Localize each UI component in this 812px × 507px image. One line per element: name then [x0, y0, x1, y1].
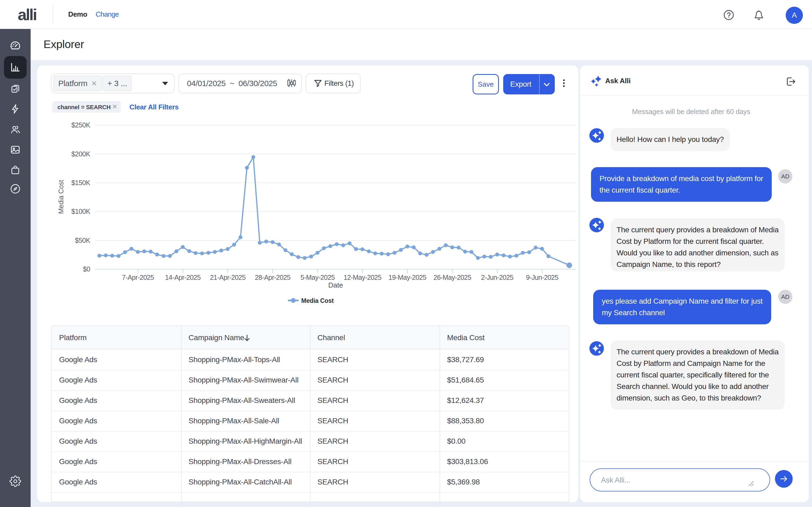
svg-text:$150K: $150K: [71, 179, 91, 186]
svg-text:$100K: $100K: [71, 208, 91, 215]
svg-text:Media Cost: Media Cost: [301, 297, 334, 304]
svg-text:$50K: $50K: [75, 237, 91, 244]
svg-text:26-May-2025: 26-May-2025: [434, 274, 471, 281]
svg-text:19-May-2025: 19-May-2025: [389, 274, 426, 281]
svg-text:2-Jun-2025: 2-Jun-2025: [481, 274, 513, 281]
svg-text:12-May-2025: 12-May-2025: [344, 274, 382, 281]
svg-text:Media Cost: Media Cost: [57, 180, 65, 214]
svg-text:9-Jun-2025: 9-Jun-2025: [526, 274, 558, 281]
svg-text:21-Apr-2025: 21-Apr-2025: [210, 274, 245, 281]
svg-text:$0: $0: [83, 265, 90, 273]
svg-text:28-Apr-2025: 28-Apr-2025: [255, 274, 290, 281]
svg-text:5-May-2025: 5-May-2025: [300, 274, 335, 281]
svg-text:$200K: $200K: [71, 150, 91, 158]
svg-text:14-Apr-2025: 14-Apr-2025: [165, 274, 201, 281]
svg-text:7-Apr-2025: 7-Apr-2025: [122, 274, 154, 281]
svg-text:Date: Date: [328, 281, 343, 289]
svg-text:$250K: $250K: [71, 121, 91, 129]
